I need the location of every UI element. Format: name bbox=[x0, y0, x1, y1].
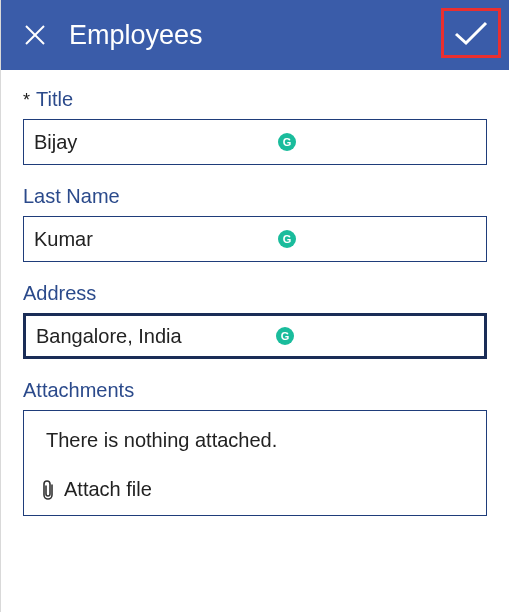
label-row: Attachments bbox=[23, 379, 487, 402]
label-row: * Title bbox=[23, 88, 487, 111]
last-name-input[interactable]: Kumar bbox=[23, 216, 487, 262]
paperclip-icon bbox=[40, 479, 56, 501]
field-label: Attachments bbox=[23, 379, 134, 402]
field-label: Last Name bbox=[23, 185, 120, 208]
close-button[interactable] bbox=[19, 19, 51, 51]
grammarly-icon bbox=[278, 133, 296, 151]
field-attachments: Attachments There is nothing attached. A… bbox=[23, 379, 487, 516]
employee-form-screen: Employees * Title Bijay Last Name Kumar bbox=[0, 0, 509, 612]
submit-button[interactable] bbox=[441, 8, 501, 58]
attachments-box: There is nothing attached. Attach file bbox=[23, 410, 487, 516]
label-row: Address bbox=[23, 282, 487, 305]
field-label: Title bbox=[36, 88, 73, 111]
field-last-name: Last Name Kumar bbox=[23, 185, 487, 262]
header-bar: Employees bbox=[1, 0, 509, 70]
field-title: * Title Bijay bbox=[23, 88, 487, 165]
attachments-empty-text: There is nothing attached. bbox=[40, 429, 470, 452]
input-value: Bijay bbox=[34, 131, 476, 154]
input-value: Kumar bbox=[34, 228, 476, 251]
grammarly-icon bbox=[276, 327, 294, 345]
form-body: * Title Bijay Last Name Kumar Address Ba… bbox=[1, 70, 509, 516]
input-value: Bangalore, India bbox=[36, 325, 474, 348]
required-asterisk: * bbox=[23, 91, 30, 109]
page-title: Employees bbox=[69, 20, 203, 51]
field-label: Address bbox=[23, 282, 96, 305]
field-address: Address Bangalore, India bbox=[23, 282, 487, 359]
check-icon bbox=[452, 19, 490, 47]
attach-file-label: Attach file bbox=[64, 478, 152, 501]
attach-file-button[interactable]: Attach file bbox=[40, 478, 470, 501]
close-icon bbox=[23, 23, 47, 47]
address-input[interactable]: Bangalore, India bbox=[23, 313, 487, 359]
grammarly-icon bbox=[278, 230, 296, 248]
title-input[interactable]: Bijay bbox=[23, 119, 487, 165]
label-row: Last Name bbox=[23, 185, 487, 208]
